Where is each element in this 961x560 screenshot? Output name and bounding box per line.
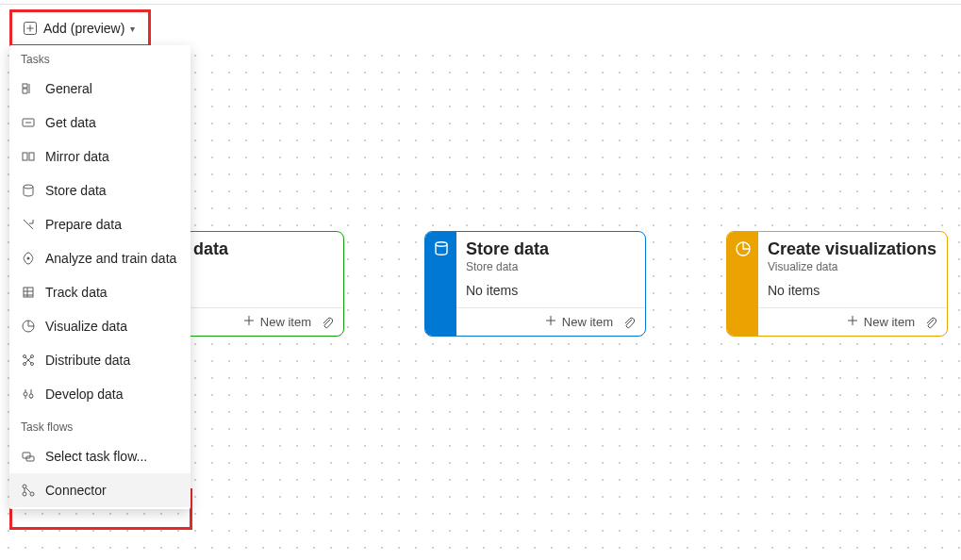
menu-item-label: Develop data [45, 387, 124, 402]
card-subtitle: Store data [466, 260, 636, 273]
menu-item-label: Visualize data [45, 319, 127, 334]
database-icon [433, 240, 450, 257]
menu-item-label: Get data [45, 115, 96, 130]
plus-icon [243, 315, 255, 329]
svg-rect-4 [29, 153, 34, 160]
task-develop-data[interactable]: Develop data [9, 377, 191, 411]
attach-icon [622, 316, 636, 329]
svg-point-14 [29, 394, 33, 398]
new-item-button[interactable]: New item [243, 315, 311, 329]
top-divider [0, 4, 961, 5]
task-mirror-data[interactable]: Mirror data [9, 140, 191, 173]
svg-rect-1 [23, 84, 27, 88]
card-subtitle: Visualize data [768, 260, 937, 273]
menu-item-label: Mirror data [45, 149, 109, 164]
attach-icon [321, 316, 334, 329]
card-title: Store data [466, 239, 636, 259]
chevron-down-icon: ▾ [130, 24, 135, 34]
dropdown-group-taskflows: Task flows [9, 411, 191, 439]
add-dropdown: Tasks General Get data Mirror data Store… [9, 45, 191, 509]
task-store-data[interactable]: Store data [9, 173, 191, 207]
connector-icon [21, 483, 36, 498]
task-general[interactable]: General [9, 72, 191, 106]
task-card-store-data[interactable]: Store data Store data No items New item [424, 231, 646, 337]
plus-icon [847, 315, 858, 329]
svg-point-19 [23, 492, 26, 496]
pie-chart-icon [735, 240, 752, 257]
svg-point-17 [23, 485, 26, 488]
analyze-icon [21, 251, 36, 266]
get-data-icon [21, 115, 36, 130]
svg-point-18 [30, 492, 34, 496]
svg-point-6 [27, 257, 30, 260]
svg-point-13 [24, 392, 27, 396]
distribute-icon [21, 353, 36, 368]
new-item-label: New item [562, 315, 613, 329]
plus-icon [23, 21, 38, 36]
menu-item-label: Select task flow... [45, 449, 147, 464]
svg-point-20 [436, 242, 447, 246]
attach-button[interactable] [922, 314, 939, 331]
task-analyze-train-data[interactable]: Analyze and train data [9, 241, 191, 275]
prepare-data-icon [21, 217, 36, 232]
menu-item-label: Prepare data [45, 217, 122, 232]
card-accent [727, 232, 758, 336]
taskflow-connector[interactable]: Connector [9, 473, 191, 507]
task-get-data[interactable]: Get data [9, 106, 191, 140]
taskflow-select[interactable]: Select task flow... [9, 439, 191, 473]
new-item-label: New item [260, 315, 311, 329]
menu-item-label: Analyze and train data [45, 251, 176, 266]
attach-button[interactable] [319, 314, 336, 331]
new-item-button[interactable]: New item [847, 315, 915, 329]
track-data-icon [21, 285, 36, 300]
attach-button[interactable] [621, 314, 638, 331]
menu-item-label: Store data [45, 183, 107, 198]
store-data-icon [21, 183, 36, 198]
add-button-label: Add (preview) [43, 21, 124, 36]
develop-icon [21, 387, 36, 402]
menu-item-label: General [45, 81, 92, 96]
menu-item-label: Track data [45, 285, 108, 300]
task-prepare-data[interactable]: Prepare data [9, 207, 191, 241]
attach-icon [924, 316, 937, 329]
task-visualize-data[interactable]: Visualize data [9, 309, 191, 343]
svg-rect-3 [23, 153, 27, 160]
new-item-label: New item [864, 315, 915, 329]
general-icon [21, 81, 36, 96]
svg-point-5 [24, 185, 33, 189]
task-card-create-visualizations[interactable]: Create visualizations Visualize data No … [726, 231, 948, 337]
plus-icon [545, 315, 556, 329]
task-track-data[interactable]: Track data [9, 275, 191, 309]
new-item-button[interactable]: New item [545, 315, 613, 329]
task-distribute-data[interactable]: Distribute data [9, 343, 191, 377]
mirror-data-icon [21, 149, 36, 164]
card-noitems: No items [466, 283, 636, 298]
menu-item-label: Distribute data [45, 353, 130, 368]
visualize-icon [21, 319, 36, 334]
card-accent [425, 232, 456, 336]
taskflow-icon [21, 449, 36, 464]
card-title: Create visualizations [768, 239, 937, 259]
card-noitems: No items [768, 283, 937, 298]
add-button[interactable]: Add (preview) ▾ [13, 13, 144, 43]
dropdown-group-tasks: Tasks [9, 49, 191, 72]
menu-item-label: Connector [45, 483, 107, 498]
